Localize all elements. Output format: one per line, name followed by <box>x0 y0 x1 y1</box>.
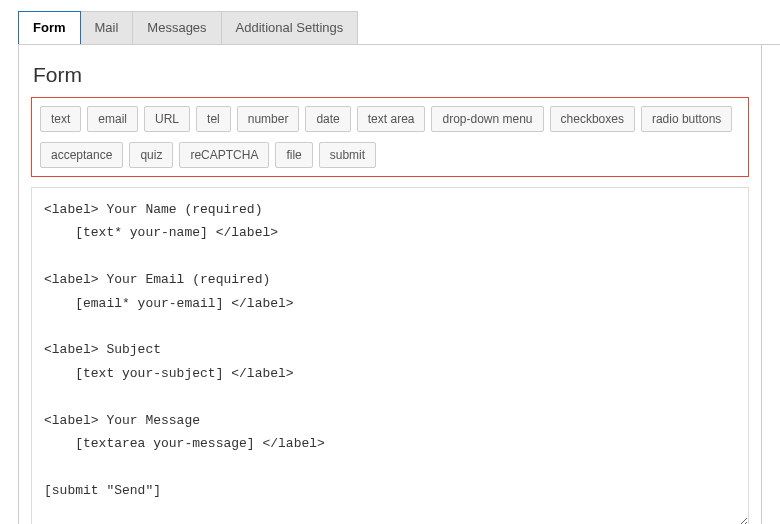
tab-nav: FormMailMessagesAdditional Settings <box>18 11 780 45</box>
tag-button-email[interactable]: email <box>87 106 138 132</box>
form-template-textarea[interactable] <box>31 187 749 524</box>
tag-button-text-area[interactable]: text area <box>357 106 426 132</box>
tag-button-text[interactable]: text <box>40 106 81 132</box>
tag-button-number[interactable]: number <box>237 106 300 132</box>
tag-button-radio-buttons[interactable]: radio buttons <box>641 106 732 132</box>
tag-button-drop-down-menu[interactable]: drop-down menu <box>431 106 543 132</box>
tag-button-recaptcha[interactable]: reCAPTCHA <box>179 142 269 168</box>
tag-button-acceptance[interactable]: acceptance <box>40 142 123 168</box>
tag-button-submit[interactable]: submit <box>319 142 376 168</box>
tag-generator-box: textemailURLtelnumberdatetext areadrop-d… <box>31 97 749 177</box>
form-panel: Form textemailURLtelnumberdatetext aread… <box>18 44 762 524</box>
tab-additional-settings[interactable]: Additional Settings <box>222 11 359 44</box>
tag-button-tel[interactable]: tel <box>196 106 231 132</box>
tag-button-date[interactable]: date <box>305 106 350 132</box>
section-title: Form <box>33 63 749 87</box>
tag-button-quiz[interactable]: quiz <box>129 142 173 168</box>
tag-button-checkboxes[interactable]: checkboxes <box>550 106 635 132</box>
tab-form[interactable]: Form <box>18 11 81 44</box>
tab-mail[interactable]: Mail <box>81 11 134 44</box>
tag-button-file[interactable]: file <box>275 142 312 168</box>
tab-messages[interactable]: Messages <box>133 11 221 44</box>
tag-button-url[interactable]: URL <box>144 106 190 132</box>
tag-button-row: textemailURLtelnumberdatetext areadrop-d… <box>40 106 740 172</box>
